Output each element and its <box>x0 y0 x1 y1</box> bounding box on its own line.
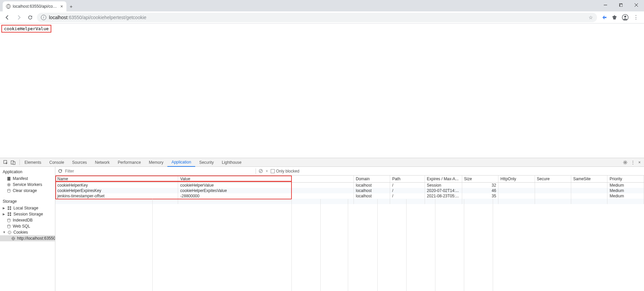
col-path[interactable]: Path <box>390 176 425 183</box>
sidebar-item-indexeddb[interactable]: IndexedDB <box>0 217 55 223</box>
cookies-table-container: Name Value Domain Path Expires / Max-A..… <box>55 176 644 291</box>
new-tab-button[interactable]: ＋ <box>66 2 76 11</box>
clear-all-icon[interactable] <box>259 169 263 173</box>
application-main: × Only blocked Name Value Domain <box>55 167 644 291</box>
menu-icon[interactable]: ⋮ <box>633 14 639 20</box>
only-blocked-label: Only blocked <box>276 169 299 174</box>
sidebar-item-websql[interactable]: Web SQL <box>0 223 55 229</box>
sidebar-item-cookie-origin[interactable]: http://localhost:63550 <box>0 235 55 241</box>
close-tab-icon[interactable]: × <box>60 4 63 9</box>
tab-memory[interactable]: Memory <box>145 158 167 166</box>
table-row[interactable]: jenkins-timestamper-offset -28800000 loc… <box>55 193 644 199</box>
svg-rect-16 <box>8 208 9 210</box>
cell-size: 46 <box>462 188 498 193</box>
devtools-inspect-buttons <box>0 158 19 166</box>
address-bar[interactable]: i localhost:63550/api/cookiehelpertest/g… <box>37 13 597 22</box>
tab-performance[interactable]: Performance <box>114 158 145 166</box>
forward-button[interactable] <box>14 13 23 22</box>
cell-samesite <box>571 183 607 188</box>
cookie-icon <box>7 231 11 234</box>
cell-secure <box>535 193 571 199</box>
sidebar-item-local-storage[interactable]: ▶ Local Storage <box>0 205 55 211</box>
tab-network[interactable]: Network <box>91 158 114 166</box>
svg-rect-11 <box>7 177 10 181</box>
cell-secure <box>535 188 571 193</box>
cell-path: / <box>390 193 425 199</box>
col-value[interactable]: Value <box>178 176 354 183</box>
cell-value: cookieHelperExpitesValue <box>178 188 354 193</box>
settings-icon[interactable] <box>623 160 628 165</box>
svg-rect-15 <box>10 206 11 208</box>
sidebar-item-label: Clear storage <box>13 188 37 193</box>
sidebar-item-service-workers[interactable]: Service Workers <box>0 182 55 188</box>
back-button[interactable] <box>3 13 12 22</box>
col-priority[interactable]: Priority <box>607 176 644 183</box>
cell-expires: 2020-07-02T14:... <box>425 188 462 193</box>
table-row-empty <box>55 199 644 204</box>
close-devtools-icon[interactable]: × <box>638 160 641 165</box>
profile-icon[interactable] <box>622 14 629 21</box>
svg-point-26 <box>10 232 10 233</box>
col-name[interactable]: Name <box>55 176 178 183</box>
filter-input[interactable] <box>65 169 253 174</box>
site-info-icon[interactable]: i <box>41 15 46 20</box>
extension-icon-1[interactable] <box>602 15 607 20</box>
sidebar-item-clear-storage[interactable]: Clear storage <box>0 188 55 194</box>
maximize-button[interactable] <box>613 0 629 10</box>
svg-point-13 <box>7 189 10 190</box>
table-row[interactable]: cookieHelperExpiresKey cookieHelperExpit… <box>55 188 644 193</box>
device-toolbar-icon[interactable] <box>11 160 15 165</box>
browser-tab[interactable]: localhost:63550/api/cookiehel × <box>3 1 66 11</box>
database-icon <box>7 219 11 222</box>
svg-point-6 <box>624 15 626 17</box>
minimize-button[interactable] <box>598 0 613 10</box>
database-icon <box>7 189 11 193</box>
tab-lighthouse[interactable]: Lighthouse <box>218 158 246 166</box>
sidebar-item-session-storage[interactable]: ▶ Session Storage <box>0 211 55 217</box>
cell-path: / <box>390 183 425 188</box>
svg-rect-20 <box>8 214 9 216</box>
tab-security[interactable]: Security <box>195 158 218 166</box>
cell-name: cookieHelperKey <box>55 183 178 188</box>
col-httponly[interactable]: HttpOnly <box>498 176 535 183</box>
svg-rect-17 <box>10 208 11 210</box>
svg-rect-14 <box>8 206 9 208</box>
close-window-button[interactable] <box>629 0 644 10</box>
tab-sources[interactable]: Sources <box>68 158 91 166</box>
col-secure[interactable]: Secure <box>535 176 571 183</box>
cell-priority: Medium <box>607 193 644 199</box>
only-blocked-checkbox[interactable]: Only blocked <box>271 169 299 174</box>
sidebar-item-cookies[interactable]: ▼ Cookies <box>0 229 55 235</box>
delete-icon[interactable]: × <box>266 169 268 174</box>
globe-icon <box>11 237 15 240</box>
svg-rect-18 <box>8 212 9 214</box>
cell-size: 35 <box>462 193 498 199</box>
sidebar-item-label: http://localhost:63550 <box>17 236 55 241</box>
refresh-icon[interactable] <box>58 169 62 173</box>
sidebar-item-label: Service Workers <box>13 182 42 187</box>
table-row[interactable]: cookieHelperKey cookieHelperValue localh… <box>55 183 644 188</box>
svg-point-24 <box>8 231 11 234</box>
tab-elements[interactable]: Elements <box>20 158 45 166</box>
reload-button[interactable] <box>25 13 35 22</box>
chevron-right-icon: ▶ <box>3 206 5 210</box>
globe-icon <box>6 4 11 9</box>
sidebar-item-label: Manifest <box>13 176 28 181</box>
svg-point-23 <box>7 225 10 226</box>
cell-samesite <box>571 193 607 199</box>
col-samesite[interactable]: SameSite <box>571 176 607 183</box>
col-expires[interactable]: Expires / Max-A... <box>425 176 462 183</box>
sidebar-item-manifest[interactable]: Manifest <box>0 176 55 182</box>
window-controls <box>598 0 644 10</box>
tab-console[interactable]: Console <box>45 158 68 166</box>
col-domain[interactable]: Domain <box>354 176 390 183</box>
url-host: localhost <box>49 15 67 20</box>
tab-application[interactable]: Application <box>167 158 195 167</box>
col-size[interactable]: Size <box>462 176 498 183</box>
more-icon[interactable]: ⋮ <box>631 160 635 165</box>
database-icon <box>7 225 11 228</box>
inspect-element-icon[interactable] <box>3 160 8 165</box>
extensions-icon[interactable] <box>612 15 617 20</box>
tab-strip: localhost:63550/api/cookiehel × ＋ <box>0 0 644 11</box>
star-icon[interactable]: ☆ <box>589 15 593 20</box>
